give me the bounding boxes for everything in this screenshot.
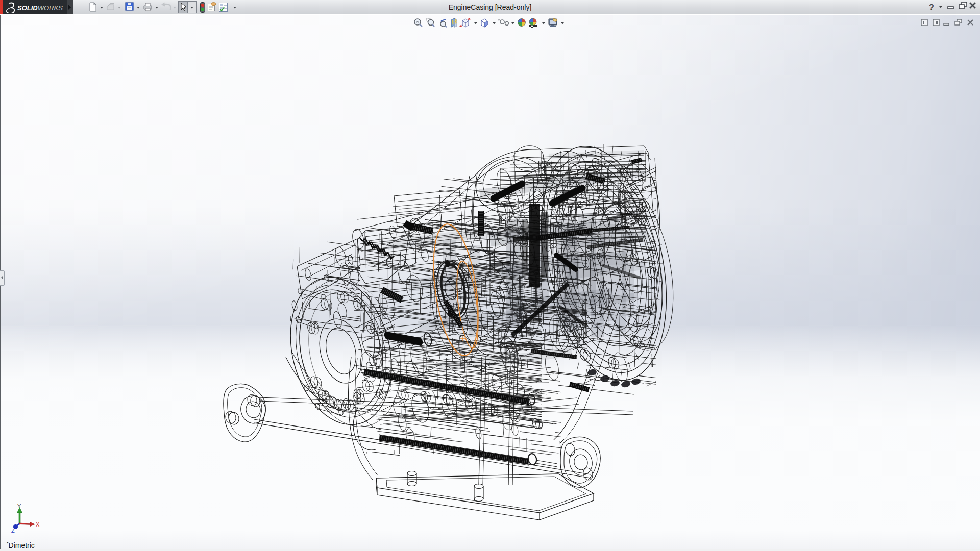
svg-text:?: ? xyxy=(929,3,934,12)
svg-text:Z: Z xyxy=(11,528,15,534)
svg-text:Y: Y xyxy=(17,503,21,509)
svg-text:X: X xyxy=(36,521,40,528)
